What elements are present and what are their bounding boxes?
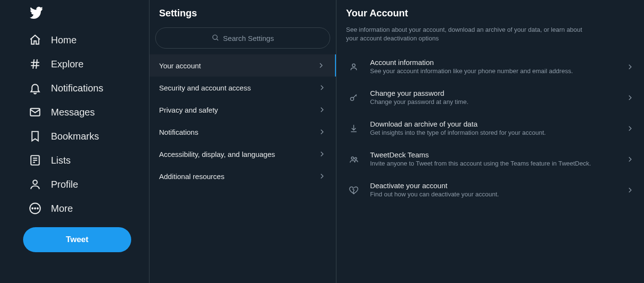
detail-item-title: Deactivate your account [370, 181, 617, 190]
detail-item-title: Account information [370, 58, 617, 66]
bell-icon [29, 82, 41, 94]
nav-item-profile[interactable]: Profile [23, 172, 149, 196]
primary-nav: Home Explore Notifications Messages Book… [0, 0, 149, 283]
nav-item-label: Bookmarks [51, 131, 99, 142]
nav-item-label: Explore [51, 59, 84, 70]
detail-description: See information about your account, down… [336, 26, 606, 51]
nav-item-bookmarks[interactable]: Bookmarks [23, 124, 149, 148]
settings-item-resources[interactable]: Additional resources [149, 165, 336, 187]
svg-point-12 [35, 208, 36, 209]
person-icon [29, 178, 41, 191]
download-icon [346, 124, 361, 133]
detail-item-download-archive[interactable]: Download an archive of your data Get ins… [336, 113, 644, 144]
settings-item-label: Privacy and safety [159, 106, 218, 114]
settings-item-accessibility[interactable]: Accessibility, display, and languages [149, 143, 336, 165]
key-icon [346, 93, 361, 103]
detail-item-sub: Get insights into the type of informatio… [370, 129, 617, 137]
nav-item-messages[interactable]: Messages [23, 100, 149, 124]
chevron-right-icon [626, 63, 634, 71]
nav-item-label: More [51, 203, 73, 214]
detail-item-sub: Invite anyone to Tweet from this account… [370, 160, 617, 168]
settings-item-label: Additional resources [159, 172, 224, 180]
svg-point-14 [213, 35, 217, 39]
home-icon [29, 34, 41, 46]
svg-point-16 [352, 64, 355, 67]
nav-item-label: Notifications [51, 83, 103, 94]
svg-line-15 [217, 39, 218, 40]
chevron-right-icon [318, 128, 326, 136]
settings-item-label: Your account [159, 62, 201, 70]
chevron-right-icon [318, 150, 326, 158]
svg-point-17 [350, 97, 354, 101]
chevron-right-icon [318, 172, 326, 180]
settings-item-notifications[interactable]: Notifications [149, 121, 336, 143]
detail-item-deactivate[interactable]: Deactivate your account Find out how you… [336, 175, 644, 206]
nav-item-lists[interactable]: Lists [23, 148, 149, 172]
hash-icon [29, 58, 41, 70]
bookmark-icon [29, 130, 41, 142]
list-icon [29, 154, 41, 167]
settings-search-input[interactable]: Search Settings [155, 27, 330, 49]
nav-item-notifications[interactable]: Notifications [23, 76, 149, 100]
twitter-logo[interactable] [23, 3, 149, 28]
detail-column: Your Account See information about your … [336, 0, 644, 283]
svg-point-11 [32, 208, 33, 209]
chevron-right-icon [626, 93, 634, 102]
chevron-right-icon [318, 105, 326, 114]
nav-item-label: Home [51, 35, 76, 46]
search-placeholder: Search Settings [223, 34, 274, 42]
svg-point-13 [37, 208, 38, 209]
chevron-right-icon [318, 83, 326, 92]
nav-item-label: Profile [51, 179, 78, 190]
person-icon [346, 62, 361, 72]
settings-item-label: Notifications [159, 128, 198, 136]
nav-item-more[interactable]: More [23, 196, 149, 220]
detail-title: Your Account [336, 5, 644, 26]
settings-title: Settings [149, 5, 336, 27]
detail-item-title: Download an archive of your data [370, 120, 617, 128]
detail-item-sub: Find out how you can deactivate your acc… [370, 191, 617, 199]
chevron-right-icon [626, 155, 634, 164]
detail-item-title: TweetDeck Teams [370, 151, 617, 159]
more-circle-icon [29, 202, 41, 215]
people-icon [346, 154, 361, 164]
settings-column: Settings Search Settings Your account Se… [149, 0, 336, 283]
search-icon [211, 34, 219, 43]
svg-line-2 [33, 59, 34, 69]
detail-item-tweetdeck-teams[interactable]: TweetDeck Teams Invite anyone to Tweet f… [336, 144, 644, 175]
svg-point-9 [33, 180, 37, 184]
settings-item-privacy[interactable]: Privacy and safety [149, 99, 336, 121]
settings-item-your-account[interactable]: Your account [149, 54, 336, 77]
svg-point-18 [351, 157, 354, 159]
mail-icon [29, 106, 41, 118]
heartbreak-icon [346, 185, 361, 195]
detail-item-sub: See your account information like your p… [370, 67, 617, 76]
tweet-button[interactable]: Tweet [23, 227, 131, 252]
detail-item-sub: Change your password at any time. [370, 98, 617, 106]
detail-item-account-info[interactable]: Account information See your account inf… [336, 51, 644, 82]
detail-item-change-password[interactable]: Change your password Change your passwor… [336, 82, 644, 113]
settings-item-security[interactable]: Security and account access [149, 77, 336, 99]
chevron-right-icon [317, 61, 325, 70]
nav-item-label: Lists [51, 155, 71, 166]
chevron-right-icon [626, 186, 634, 194]
settings-item-label: Accessibility, display, and languages [159, 150, 275, 158]
nav-item-label: Messages [51, 107, 95, 118]
svg-line-3 [36, 59, 37, 69]
settings-item-label: Security and account access [159, 84, 251, 92]
svg-point-19 [355, 157, 357, 159]
nav-item-explore[interactable]: Explore [23, 52, 149, 76]
nav-item-home[interactable]: Home [23, 28, 149, 52]
chevron-right-icon [626, 124, 634, 133]
twitter-bird-icon [30, 13, 43, 22]
detail-item-title: Change your password [370, 89, 617, 97]
